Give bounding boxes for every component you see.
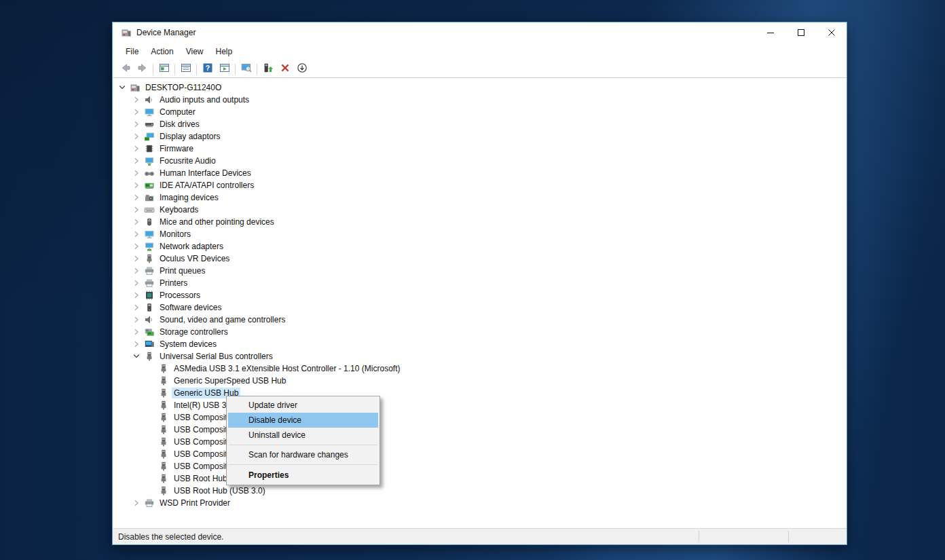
tree-item[interactable]: Storage controllers	[113, 326, 847, 338]
chevron-right-icon[interactable]	[131, 229, 142, 240]
tree-item[interactable]: Audio inputs and outputs	[113, 94, 847, 106]
tree-item[interactable]: Universal Serial Bus controllers	[113, 350, 847, 362]
tree-item-label[interactable]: USB Composite	[172, 461, 234, 472]
tree-item-label[interactable]: Network adapters	[158, 241, 225, 252]
context-menu-item-update-driver[interactable]: Update driver	[228, 398, 378, 413]
uninstall-device-button[interactable]	[276, 61, 293, 77]
disable-device-button[interactable]	[293, 61, 310, 77]
tree-item-label[interactable]: WSD Print Provider	[158, 498, 232, 508]
tree-item-label[interactable]: Generic SuperSpeed USB Hub	[172, 375, 288, 386]
chevron-right-icon[interactable]	[131, 253, 142, 264]
tree-item-label[interactable]: Mice and other pointing devices	[158, 217, 276, 227]
update-driver-button[interactable]	[259, 61, 276, 77]
tree-item-label[interactable]: Imaging devices	[158, 192, 221, 203]
tree-item[interactable]: DESKTOP-G11240O	[113, 81, 847, 94]
chevron-right-icon[interactable]	[131, 217, 142, 227]
chevron-right-icon[interactable]	[131, 241, 142, 252]
forward-button[interactable]	[134, 61, 151, 77]
tree-item-label[interactable]: Disk drives	[158, 119, 202, 130]
tree-item[interactable]: Sound, video and game controllers	[113, 314, 847, 326]
chevron-right-icon[interactable]	[131, 302, 142, 313]
chevron-down-icon[interactable]	[117, 82, 128, 93]
tree-item-label[interactable]: ASMedia USB 3.1 eXtensible Host Controll…	[172, 363, 402, 374]
tree-item-label[interactable]: Processors	[158, 290, 202, 301]
tree-item[interactable]: Generic USB Hub	[113, 387, 847, 399]
tree-item[interactable]: Focusrite Audio	[113, 155, 847, 167]
context-menu-item-scan-for-hardware-changes[interactable]: Scan for hardware changes	[228, 447, 378, 462]
tree-item[interactable]: WSD Print Provider	[113, 497, 847, 509]
tree-item[interactable]: Monitors	[113, 228, 847, 240]
context-menu-item-properties[interactable]: Properties	[228, 467, 378, 483]
tree-item[interactable]: IDE ATA/ATAPI controllers	[113, 179, 847, 191]
tree-item-label[interactable]: Print queues	[158, 265, 207, 276]
chevron-right-icon[interactable]	[131, 204, 142, 215]
menu-view[interactable]: View	[180, 44, 210, 59]
tree-item[interactable]: Print queues	[113, 265, 847, 277]
back-button[interactable]	[117, 61, 134, 77]
context-menu-item-uninstall-device[interactable]: Uninstall device	[228, 428, 378, 443]
tree-item[interactable]: USB Composite	[113, 424, 847, 436]
tree-item-label[interactable]: Software devices	[158, 302, 223, 313]
tree-item[interactable]: USB Composite	[113, 411, 847, 424]
chevron-right-icon[interactable]	[131, 155, 142, 166]
tree-item[interactable]: USB Composite	[113, 448, 847, 460]
tree-item[interactable]: USB Root Hub (USB 3.0)	[113, 485, 847, 497]
tree-item-label[interactable]: System devices	[158, 339, 219, 350]
context-menu-item-disable-device[interactable]: Disable device	[228, 413, 378, 428]
tree-item-label[interactable]: Focusrite Audio	[158, 155, 218, 166]
tree-item[interactable]: Processors	[113, 289, 847, 301]
scan-hardware-changes-button[interactable]	[238, 61, 255, 77]
tree-item-label[interactable]: Audio inputs and outputs	[158, 94, 251, 105]
tree-item-label[interactable]: IDE ATA/ATAPI controllers	[158, 180, 256, 191]
tree-item-label[interactable]: Keyboards	[158, 204, 200, 215]
tree-item-label[interactable]: USB Composite	[172, 412, 234, 423]
tree-item[interactable]: Software devices	[113, 301, 847, 314]
menu-file[interactable]: File	[119, 44, 145, 59]
tree-item[interactable]: System devices	[113, 338, 847, 350]
tree-item[interactable]: Computer	[113, 106, 847, 118]
chevron-right-icon[interactable]	[131, 143, 142, 154]
chevron-right-icon[interactable]	[131, 265, 142, 276]
properties-button[interactable]	[177, 61, 194, 77]
close-button[interactable]	[816, 22, 847, 43]
tree-item-label[interactable]: Computer	[158, 107, 198, 117]
chevron-right-icon[interactable]	[131, 180, 142, 191]
tree-item-label[interactable]: USB Root Hub (USB 3.0)	[172, 485, 267, 496]
tree-item[interactable]: USB Root Hub	[113, 472, 847, 485]
chevron-right-icon[interactable]	[131, 119, 142, 130]
chevron-right-icon[interactable]	[131, 107, 142, 117]
tree-item-label[interactable]: Display adaptors	[158, 131, 222, 142]
tree-item[interactable]: USB Composite	[113, 436, 847, 448]
chevron-right-icon[interactable]	[131, 192, 142, 203]
chevron-right-icon[interactable]	[131, 278, 142, 288]
tree-item[interactable]: Generic SuperSpeed USB Hub	[113, 375, 847, 387]
chevron-right-icon[interactable]	[131, 314, 142, 325]
chevron-right-icon[interactable]	[131, 290, 142, 301]
tree-item-label[interactable]: Sound, video and game controllers	[158, 314, 287, 325]
chevron-right-icon[interactable]	[131, 498, 142, 508]
tree-item[interactable]: Firmware	[113, 143, 847, 155]
tree-item[interactable]: Network adapters	[113, 240, 847, 253]
chevron-right-icon[interactable]	[131, 94, 142, 105]
tree-item-label[interactable]: Monitors	[158, 229, 193, 240]
menu-help[interactable]: Help	[210, 44, 239, 59]
tree-item-label[interactable]: Oculus VR Devices	[158, 253, 231, 264]
show-console-tree-button[interactable]	[155, 61, 172, 77]
tree-item[interactable]: Human Interface Devices	[113, 167, 847, 179]
tree-item-label[interactable]: Storage controllers	[158, 326, 230, 337]
tree-item-label[interactable]: Firmware	[158, 143, 196, 154]
tree-item[interactable]: Printers	[113, 277, 847, 289]
tree-item[interactable]: Mice and other pointing devices	[113, 216, 847, 228]
tree-item[interactable]: Keyboards	[113, 204, 847, 216]
tree-item[interactable]: USB Composite	[113, 460, 847, 472]
tree-item-label[interactable]: Human Interface Devices	[158, 168, 253, 179]
tree-item-label[interactable]: DESKTOP-G11240O	[143, 82, 223, 93]
chevron-right-icon[interactable]	[131, 339, 142, 350]
chevron-right-icon[interactable]	[131, 131, 142, 142]
minimize-button[interactable]	[755, 22, 785, 43]
chevron-right-icon[interactable]	[131, 168, 142, 179]
tree-item-label[interactable]: Printers	[158, 278, 189, 288]
menu-action[interactable]: Action	[145, 44, 179, 59]
action-pane-button[interactable]	[216, 61, 233, 77]
tree-item[interactable]: Intel(R) USB 3.0	[113, 399, 847, 411]
